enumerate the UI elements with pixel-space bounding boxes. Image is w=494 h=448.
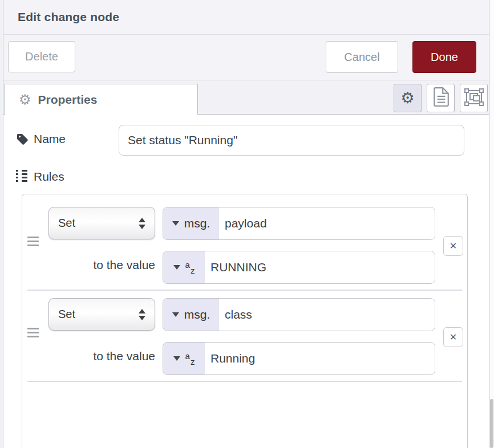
chevron-down-icon (172, 312, 179, 317)
dialog-title: Edit change node (18, 10, 119, 24)
description-tab-button[interactable] (427, 84, 455, 112)
rule-value-typedinput: az (163, 251, 435, 284)
rule-drag-handle[interactable] (27, 328, 39, 340)
vertical-scrollbar[interactable] (490, 399, 493, 448)
close-icon: ✕ (450, 241, 457, 251)
string-type-icon: az (185, 263, 195, 272)
rule-property-typedinput: msg. (163, 207, 435, 240)
close-icon: ✕ (450, 332, 457, 343)
value-input[interactable] (205, 343, 435, 374)
list-icon (16, 170, 29, 184)
chevron-down-icon (173, 356, 180, 361)
dialog-header: Edit change node (3, 0, 489, 35)
rules-container: Set msg. to the value az ✕ Set msg. to t… (22, 194, 468, 448)
remove-rule-button[interactable]: ✕ (443, 236, 463, 256)
name-input[interactable] (119, 125, 464, 156)
value-input[interactable] (205, 251, 435, 283)
appearance-group-icon (464, 88, 484, 109)
rule-divider (27, 381, 462, 382)
property-input[interactable] (219, 207, 435, 239)
cancel-button[interactable]: Cancel (326, 41, 398, 73)
appearance-tab-button[interactable] (460, 84, 488, 112)
rule-divider (27, 290, 462, 291)
property-type-button[interactable]: msg. (163, 299, 219, 331)
gear-icon: ⚙ (400, 91, 414, 106)
delete-button[interactable]: Delete (8, 41, 75, 72)
string-type-icon: az (185, 355, 195, 363)
select-arrows-icon (139, 218, 145, 229)
rule-value-typedinput: az (163, 342, 435, 375)
tab-properties[interactable]: ⚙ Properties (5, 84, 198, 115)
to-the-value-label: to the value (45, 258, 155, 272)
editor-tab-bar: ⚙ Properties ⚙ (3, 80, 489, 115)
properties-tab-button[interactable]: ⚙ (394, 84, 422, 112)
document-icon (433, 87, 449, 109)
property-input[interactable] (219, 299, 435, 331)
chevron-down-icon (173, 265, 180, 270)
tray-right-edge (489, 0, 494, 448)
done-button[interactable]: Done (412, 41, 476, 73)
remove-rule-button[interactable]: ✕ (443, 327, 463, 347)
rule-drag-handle[interactable] (27, 237, 39, 249)
dialog-button-bar: Delete Cancel Done (3, 35, 489, 80)
to-the-value-label: to the value (45, 349, 155, 363)
tag-icon (17, 133, 29, 145)
gear-icon: ⚙ (19, 93, 31, 107)
rule-property-typedinput: msg. (163, 298, 435, 331)
value-type-button[interactable]: az (163, 251, 205, 283)
tab-properties-label: Properties (38, 93, 98, 107)
rule-action-select[interactable]: Set (48, 207, 155, 239)
value-type-button[interactable]: az (163, 343, 205, 374)
property-type-button[interactable]: msg. (163, 207, 219, 239)
select-arrows-icon (139, 309, 145, 320)
chevron-down-icon (172, 221, 179, 226)
rules-section-label: Rules (16, 170, 64, 184)
name-field-label: Name (17, 132, 66, 146)
rule-action-select[interactable]: Set (48, 298, 155, 331)
